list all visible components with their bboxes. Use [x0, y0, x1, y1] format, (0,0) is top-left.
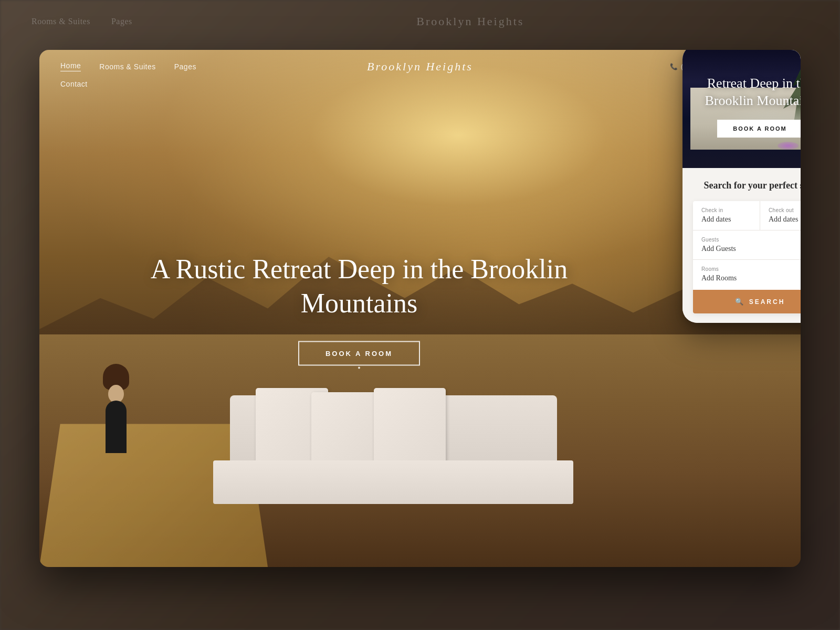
search-form: Check in Add dates Check out Add dates G…	[693, 201, 801, 313]
rooms-label: Rooms	[701, 266, 801, 272]
person-body	[106, 401, 127, 453]
search-icon: 🔍	[735, 298, 745, 306]
nav-bottom-row: Contact	[60, 77, 780, 97]
checkout-field[interactable]: Check out Add dates	[760, 201, 801, 230]
mobile-hero-title: Retreat Deep in the Brooklin Mountains	[693, 75, 801, 109]
bg-nav-left: Rooms & Suites Pages	[32, 17, 132, 26]
checkout-label: Check out	[769, 207, 801, 213]
checkin-field[interactable]: Check in Add dates	[693, 201, 760, 230]
book-room-button[interactable]: BOOK A ROOM	[298, 341, 420, 365]
checkin-label: Check in	[701, 207, 751, 213]
guests-label: Guests	[701, 237, 801, 243]
mobile-hero-section: Retreat Deep in the Brooklin Mountains B…	[682, 50, 801, 168]
checkout-value: Add dates	[769, 215, 801, 224]
bg-nav-rooms: Rooms & Suites	[32, 17, 90, 26]
mobile-search-section: Search for your perfect stay Check in Ad…	[682, 168, 801, 323]
guests-field[interactable]: Guests Add Guests	[693, 230, 801, 260]
rooms-field[interactable]: Rooms Add Rooms	[693, 260, 801, 289]
bg-nav-brand: Brooklyn Heights	[132, 15, 808, 28]
hero-content: A Rustic Retreat Deep in the Brooklin Mo…	[131, 251, 587, 365]
hero-title: A Rustic Retreat Deep in the Brooklin Mo…	[131, 251, 587, 320]
search-button-label: SEARCH	[749, 298, 785, 306]
nav-home[interactable]: Home	[60, 61, 81, 71]
nav-pages[interactable]: Pages	[174, 62, 196, 71]
bg-nav-pages: Pages	[111, 17, 132, 26]
nav-rooms-suites[interactable]: Rooms & Suites	[99, 62, 155, 71]
sofa	[230, 381, 558, 526]
slide-indicator	[358, 366, 360, 369]
search-heading: Search for your perfect stay	[693, 180, 801, 192]
site-brand: Brooklyn Heights	[367, 60, 473, 74]
nav-contact[interactable]: Contact	[60, 80, 88, 88]
nav-top-row: Home Rooms & Suites Pages Brooklyn Heigh…	[60, 50, 780, 77]
person-silhouette	[100, 369, 142, 453]
search-button[interactable]: 🔍 SEARCH	[693, 290, 801, 313]
checkin-value: Add dates	[701, 215, 751, 224]
mobile-preview-card: Retreat Deep in the Brooklin Mountains B…	[682, 50, 801, 323]
nav-left: Home Rooms & Suites Pages	[60, 61, 196, 71]
background-nav: Rooms & Suites Pages Brooklyn Heights	[0, 15, 840, 28]
guests-value: Add Guests	[701, 245, 801, 253]
mobile-hero-text: Retreat Deep in the Brooklin Mountains B…	[682, 50, 801, 168]
browser-window: Home Rooms & Suites Pages Brooklyn Heigh…	[39, 50, 801, 567]
rooms-value: Add Rooms	[701, 274, 801, 282]
mobile-book-button[interactable]: BOOK A ROOM	[717, 120, 801, 138]
phone-icon: 📞	[670, 63, 678, 70]
date-row: Check in Add dates Check out Add dates	[693, 201, 801, 230]
sofa-seat	[213, 460, 573, 504]
